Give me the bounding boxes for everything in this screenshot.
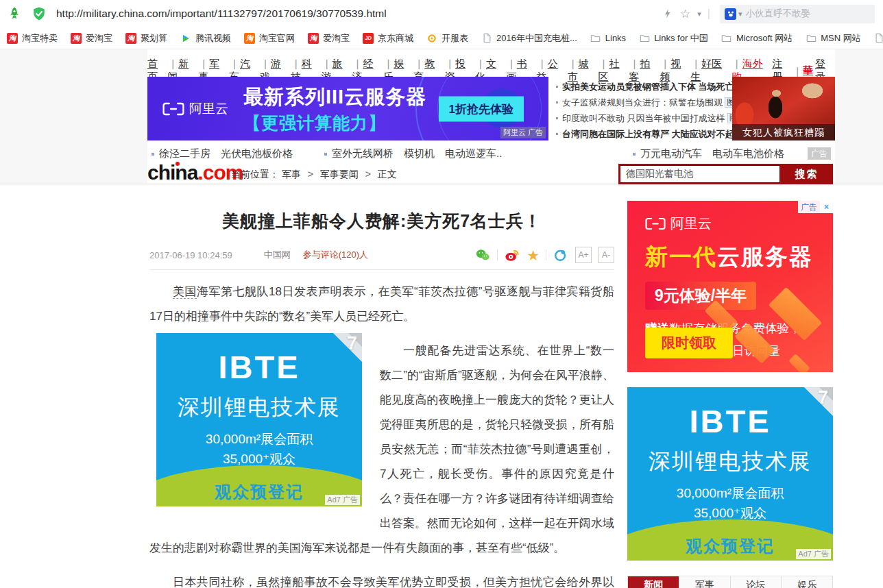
address-bar[interactable]: http://military.china.com/important/1113… — [56, 8, 387, 20]
bookmark-item[interactable]: 2016年中国充电桩... — [481, 32, 577, 45]
bookmark-item[interactable]: 淘淘宝官网 — [244, 32, 295, 45]
browser-search-box[interactable]: ▾ 小伙直呼不敢娶 — [720, 5, 875, 23]
textlink[interactable]: 模切机 — [404, 147, 435, 160]
pic-tag[interactable]: 图 — [725, 97, 732, 108]
bookmark-label: MSN 网站 — [821, 32, 861, 45]
search-engine-caret-icon[interactable]: ▾ — [738, 10, 742, 19]
tab-military[interactable]: 军事 — [679, 576, 730, 588]
toolbar-separator: | — [707, 8, 710, 20]
ad-countdown-badge: 7 — [347, 333, 357, 354]
bookmark-label: 2016年中国充电桩... — [496, 32, 577, 45]
ibte-stat-area: 30,000m²展会面积 — [156, 429, 362, 449]
taobao-icon: 淘 — [125, 33, 136, 44]
tab-forum[interactable]: 论坛 — [730, 576, 782, 588]
ad-countdown-badge: 7 — [818, 387, 828, 408]
bookmark-label: 淘宝特卖 — [22, 32, 58, 45]
bookmark-item[interactable]: Microsoft 网站 — [721, 32, 793, 45]
ad-tag-bar: 广告 × — [798, 201, 833, 213]
keyword-link[interactable]: 美国 — [173, 285, 197, 299]
breadcrumb-separator: > — [308, 169, 313, 180]
site-search-input[interactable] — [620, 165, 780, 183]
ibte-ad-sidebar[interactable]: 7 IBTE 深圳锂电技术展 30,000m²展会面积 35,000⁺观众 50… — [627, 387, 833, 561]
font-larger-button[interactable]: A+ — [575, 247, 592, 263]
share-separator — [497, 249, 498, 260]
textlink[interactable]: 电动车电池价格 — [712, 147, 784, 160]
ad-label: Ad7 广告 — [325, 495, 360, 505]
bookmark-label: 爱淘宝 — [86, 32, 112, 45]
kaifubiao-icon — [426, 33, 437, 44]
weibo-icon[interactable] — [504, 247, 520, 262]
font-smaller-button[interactable]: A- — [598, 247, 614, 263]
toolbar-caret-icon[interactable]: ▾ — [697, 10, 701, 18]
close-icon[interactable]: × — [820, 201, 833, 213]
bookmark-item[interactable]: 腾讯视频 — [180, 32, 231, 45]
textlink[interactable]: 徐泾二手房 — [159, 147, 210, 160]
textlink[interactable]: 电动巡逻车.. — [445, 147, 502, 160]
headline-item[interactable]: 台湾同胞在国际上没有尊严 大陆应说对不起 — [556, 126, 732, 140]
quick-launch-icon[interactable] — [662, 8, 673, 20]
bookmark-item[interactable]: MSN 网站 — [806, 32, 861, 45]
breadcrumb-separator: > — [365, 169, 371, 180]
textlink[interactable]: 万元电动汽车 — [640, 147, 702, 160]
bookmark-label: 淘宝官网 — [259, 32, 295, 45]
comments-link[interactable]: 参与评论(120)人 — [303, 249, 368, 261]
tencent-weibo-icon[interactable] — [553, 247, 569, 262]
textlink-row: 徐泾二手房 光伏电池板价格 室外无线网桥 模切机 电动巡逻车.. 万元电动汽车 … — [147, 147, 835, 162]
breadcrumb-military[interactable]: 军事 — [282, 169, 301, 180]
textlink[interactable]: 光伏电池板价格 — [221, 147, 293, 160]
qzone-icon[interactable]: ★ — [527, 248, 540, 262]
article-meta: 2017-06-19 10:24:59 中国网 参与评论(120)人 ★ A+ … — [149, 246, 614, 264]
site-search-bar: 搜索 — [618, 164, 833, 184]
hua-icon[interactable]: 華 — [803, 64, 813, 77]
banner-row: 阿里云 最新系列III云服务器 【更强计算能力】 1折抢先体验 阿里云 广告 实… — [147, 77, 835, 140]
baidu-paw-icon[interactable] — [725, 8, 736, 20]
jd-icon: JD — [363, 33, 374, 44]
aliyun-banner-ad[interactable]: 阿里云 最新系列III云服务器 【更强计算能力】 1折抢先体验 阿里云 广告 — [147, 77, 548, 140]
china-com-logo[interactable]: china.com — [147, 161, 243, 184]
headline-item[interactable]: 印度敢叫不敢动 只因当年被中国打成这样图 — [556, 110, 732, 126]
bookmark-item[interactable]: 淘爱淘宝 — [308, 32, 350, 45]
textlink[interactable]: 室外无线网桥 — [332, 147, 394, 160]
rocket-icon[interactable] — [7, 6, 22, 21]
browser-search-placeholder[interactable]: 小伙直呼不敢娶 — [746, 8, 811, 20]
bookmark-item[interactable]: 淘聚划算 — [125, 32, 167, 45]
breadcrumb-current: 正文 — [378, 169, 397, 180]
wechat-icon[interactable] — [474, 247, 491, 262]
security-shield-icon[interactable] — [32, 6, 47, 21]
ibte-stat-area: 30,000m²展会面积 — [627, 483, 833, 503]
aliyun-logo: 阿里云 — [645, 215, 833, 233]
ad-label: 广告 — [798, 201, 820, 213]
claim-now-button[interactable]: 限时领取 — [645, 328, 733, 358]
bookmark-label: 腾讯视频 — [195, 32, 231, 45]
site-search-button[interactable]: 搜索 — [780, 168, 833, 181]
ibte-ad-subtitle: 深圳锂电技术展 — [156, 393, 362, 423]
bookmark-label: Links for 中国 — [654, 32, 708, 45]
bookmark-item[interactable]: 开服表 — [426, 32, 468, 45]
tab-news[interactable]: 新闻 — [628, 576, 679, 588]
meta-divider — [149, 269, 614, 270]
tab-ent[interactable]: 娱乐 — [781, 576, 832, 588]
article-date: 2017-06-19 10:24:59 — [149, 250, 232, 260]
bookmark-star-icon[interactable]: ☆ — [680, 8, 690, 20]
aliyun-brand-text: 阿里云 — [189, 100, 228, 118]
bookmark-item[interactable]: Links — [590, 33, 626, 44]
aliyun-banner-title: 最新系列III云服务器 — [243, 84, 426, 111]
bookmark-item[interactable]: 淘爱淘宝 — [71, 32, 112, 45]
pic-tag[interactable]: 图 — [727, 113, 732, 123]
headline-item[interactable]: 女子监狱潜规则当众进行：狱警在场围观图 — [556, 95, 732, 110]
aliyun-banner-cta-button[interactable]: 1折抢先体验 — [439, 96, 524, 121]
share-separator — [546, 249, 546, 260]
logo-black-part: china — [147, 161, 197, 184]
ibte-ad-subtitle: 深圳锂电技术展 — [627, 447, 833, 477]
photo-ad[interactable]: 女犯人被疯狂糟蹋 — [732, 77, 835, 140]
ibte-ad-inline[interactable]: 7 IBTE 深圳锂电技术展 30,000m²展会面积 35,000⁺观众 50… — [156, 333, 362, 506]
taobao-icon: 淘 — [7, 33, 18, 44]
breadcrumb-military-news[interactable]: 军事要闻 — [320, 169, 359, 180]
bookmark-item[interactable]: JD京东商城 — [363, 32, 413, 45]
aliyun-sidebar-ad[interactable]: 广告 × 阿里云 新一代云服务器 9元体验/半年 赠送数据存储服务免费体验， 轻… — [627, 201, 833, 372]
headline-item[interactable]: 实拍美女运动员竟被钢管插入下体 当场死亡 — [556, 79, 732, 95]
bookmark-item[interactable]: Links for 中国 — [639, 32, 708, 45]
bookmark-item[interactable]: 参会费用 - 第 — [874, 32, 883, 45]
bookmark-item[interactable]: 淘淘宝特卖 — [7, 32, 58, 45]
bookmark-label: 开服表 — [442, 32, 468, 45]
